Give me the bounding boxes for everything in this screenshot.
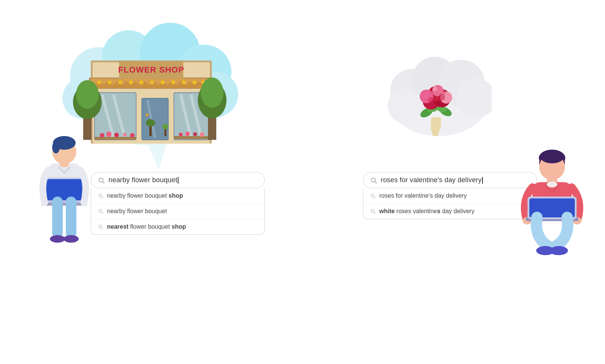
dropdown-item-1[interactable]: nearby flower bouquet shop (91, 188, 264, 204)
search-icon-rd2 (370, 209, 375, 214)
svg-rect-7 (52, 197, 63, 238)
search-icon-d2 (98, 209, 103, 214)
svg-text:FLOWER SHOP: FLOWER SHOP (118, 65, 185, 74)
svg-point-10 (64, 235, 79, 243)
svg-point-70 (162, 124, 168, 129)
svg-point-81 (201, 77, 223, 108)
svg-rect-5 (46, 179, 82, 200)
svg-line-87 (102, 212, 103, 214)
svg-point-43 (150, 81, 154, 84)
left-dropdown: nearby flower bouquet shop nearby flower… (91, 188, 265, 235)
right-cloud-illustration (386, 53, 484, 136)
svg-line-114 (375, 181, 376, 183)
right-dropdown-item-1[interactable]: roses for valentine's day delivery (363, 188, 537, 204)
svg-point-39 (108, 81, 112, 84)
dropdown-item-2-text: nearby flower bouquet (107, 208, 167, 215)
search-icon-d1 (98, 193, 103, 198)
right-search-box[interactable]: roses for valentine's day delivery (363, 172, 537, 188)
svg-point-47 (192, 81, 196, 84)
dropdown-item-2[interactable]: nearby flower bouquet (91, 204, 264, 219)
svg-point-126 (547, 181, 557, 187)
svg-point-110 (424, 93, 429, 98)
text-cursor-right (482, 177, 483, 184)
search-icon-right (370, 177, 377, 184)
search-icon-d3 (98, 224, 103, 229)
svg-point-41 (129, 81, 133, 84)
right-person-illustration (518, 144, 586, 283)
svg-point-44 (161, 81, 164, 84)
svg-point-75 (200, 132, 204, 137)
svg-line-83 (102, 181, 104, 183)
right-dropdown-item-2[interactable]: white roses valentines day delivery (363, 204, 537, 219)
svg-rect-69 (164, 129, 166, 136)
svg-line-89 (102, 228, 103, 229)
search-icon-left (98, 177, 105, 184)
right-dropdown-item-1-text: roses for valentine's day delivery (379, 192, 467, 199)
svg-point-123 (540, 150, 564, 163)
svg-rect-55 (146, 113, 149, 116)
svg-rect-8 (66, 197, 76, 238)
svg-point-46 (182, 81, 186, 84)
svg-point-62 (100, 133, 104, 138)
text-cursor-left (178, 177, 178, 184)
svg-point-40 (118, 81, 122, 84)
left-search-input[interactable]: nearby flower bouquet (109, 176, 177, 184)
svg-point-68 (146, 119, 155, 127)
svg-point-63 (106, 132, 112, 137)
svg-rect-97 (431, 117, 441, 129)
svg-point-65 (123, 133, 127, 136)
svg-point-108 (428, 97, 434, 103)
svg-point-73 (185, 132, 190, 136)
svg-point-38 (97, 81, 101, 84)
left-search-box[interactable]: nearby flower bouquet (91, 172, 265, 188)
svg-line-116 (374, 197, 375, 198)
svg-point-109 (438, 94, 445, 101)
svg-line-118 (374, 212, 375, 214)
svg-point-133 (536, 246, 554, 255)
dropdown-item-3[interactable]: nearest flower bouquet shop (91, 219, 264, 234)
dropdown-item-3-text: nearest flower bouquet shop (107, 223, 186, 230)
svg-point-66 (130, 133, 135, 138)
right-search-input[interactable]: roses for valentine's day delivery (381, 176, 482, 184)
svg-point-72 (179, 133, 183, 136)
svg-line-85 (102, 197, 103, 198)
svg-marker-19 (147, 144, 166, 170)
svg-point-74 (193, 132, 197, 136)
svg-rect-61 (95, 137, 136, 140)
flower-shop-bubble: FLOWER SHOP (60, 23, 242, 166)
svg-point-111 (433, 87, 437, 91)
svg-point-45 (171, 81, 175, 84)
svg-point-42 (140, 81, 143, 84)
svg-point-2 (52, 141, 60, 153)
svg-point-9 (50, 235, 65, 243)
dropdown-item-1-text: nearby flower bouquet shop (107, 192, 183, 199)
search-icon-rd1 (370, 193, 375, 198)
svg-point-78 (76, 80, 99, 109)
svg-rect-71 (174, 136, 212, 139)
svg-point-95 (388, 89, 422, 123)
left-search-container: nearby flower bouquet nearby flower bouq… (91, 172, 265, 235)
right-search-container: roses for valentine's day delivery roses… (363, 172, 537, 219)
svg-rect-6 (42, 203, 87, 206)
right-dropdown-item-2-text: white roses valentines day delivery (379, 208, 475, 215)
right-dropdown: roses for valentine's day delivery white… (363, 188, 537, 219)
svg-point-64 (114, 133, 119, 137)
svg-point-112 (442, 91, 446, 94)
